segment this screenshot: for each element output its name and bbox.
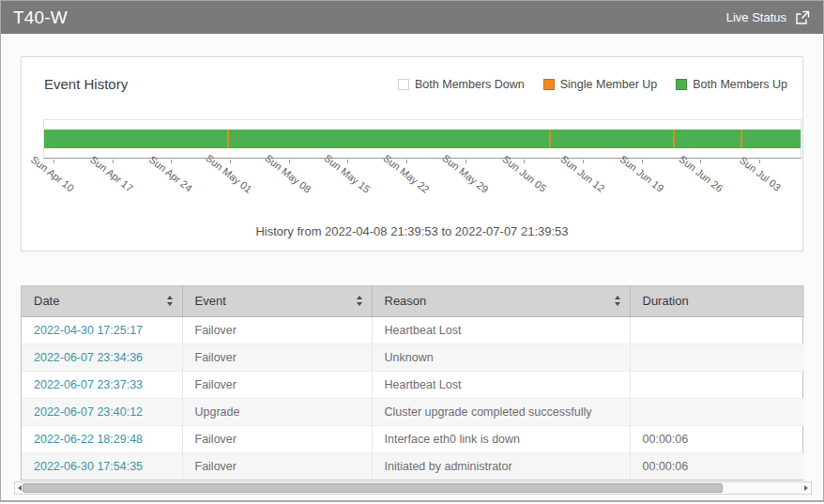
event-mark bbox=[740, 130, 742, 148]
page-title: T40-W bbox=[13, 8, 68, 28]
cell-date: 2022-06-07 23:37:33 bbox=[22, 371, 182, 398]
app-window: T40-W Live Status Event History Both Mem… bbox=[0, 0, 824, 502]
cell-duration: 00:00:06 bbox=[630, 452, 804, 480]
sort-icon[interactable] bbox=[357, 296, 362, 306]
panel-header: Event History Both Members DownSingle Me… bbox=[44, 76, 787, 92]
timeline-plot-box bbox=[43, 119, 801, 159]
cell-date: 2022-06-30 17:54:35 bbox=[22, 452, 182, 480]
cell-duration bbox=[630, 316, 804, 344]
cell-event: Failover bbox=[182, 425, 372, 452]
date-link[interactable]: 2022-06-07 23:34:36 bbox=[34, 351, 143, 364]
axis-tick-label: Sun Apr 10 bbox=[29, 154, 76, 194]
column-label: Reason bbox=[385, 294, 427, 308]
axis-tick-label: Sun Jun 05 bbox=[500, 153, 548, 194]
event-mark bbox=[549, 130, 551, 148]
legend-swatch bbox=[676, 79, 687, 90]
table-row: 2022-06-22 18:29:48FailoverInterface eth… bbox=[22, 425, 804, 452]
cell-reason: Interface eth0 link is down bbox=[372, 425, 630, 452]
axis-tick-label: Sun May 15 bbox=[322, 152, 373, 195]
scroll-right-arrow-icon[interactable] bbox=[804, 485, 808, 491]
axis-tick-label: Sun Apr 17 bbox=[88, 154, 135, 194]
axis-tick-label: Sun Jun 12 bbox=[559, 153, 607, 194]
axis-tick-label: Sun Jun 26 bbox=[678, 153, 725, 194]
cell-event: Failover bbox=[182, 452, 372, 480]
panel-title: Event History bbox=[44, 76, 128, 92]
external-link-icon bbox=[795, 10, 810, 25]
table-header-row: DateEventReasonDuration bbox=[22, 286, 804, 316]
table-row: 2022-06-30 17:54:35FailoverInitiated by … bbox=[22, 452, 804, 480]
table-row: 2022-06-07 23:34:36FailoverUnknown bbox=[22, 344, 804, 371]
scroll-left-arrow-icon[interactable] bbox=[18, 485, 22, 491]
cell-event: Failover bbox=[182, 371, 372, 398]
event-mark bbox=[673, 130, 675, 148]
axis-tick-label: Sun May 22 bbox=[381, 152, 432, 195]
column-label: Duration bbox=[643, 294, 689, 308]
column-header-inner[interactable]: Duration bbox=[631, 294, 805, 308]
cell-event: Failover bbox=[182, 316, 372, 344]
axis-tick-label: Sun May 08 bbox=[263, 152, 313, 195]
axis-tick-label: Sun May 29 bbox=[440, 152, 491, 195]
legend-item: Both Members Up bbox=[676, 78, 787, 91]
sort-icon[interactable] bbox=[615, 296, 620, 306]
cell-duration bbox=[630, 371, 804, 398]
axis-tick-label: Sun Jul 03 bbox=[738, 154, 783, 192]
timeline-status-bar bbox=[44, 130, 801, 148]
history-range-caption: History from 2022-04-08 21:39:53 to 2022… bbox=[22, 224, 802, 238]
timeline-axis-labels: Sun Apr 10Sun Apr 17Sun Apr 24Sun May 01… bbox=[43, 159, 801, 217]
column-header-date[interactable]: Date bbox=[22, 286, 182, 316]
axis-tick-label: Sun May 01 bbox=[205, 152, 255, 195]
legend-swatch bbox=[543, 79, 555, 90]
cell-reason: Unknown bbox=[372, 344, 630, 371]
cell-reason: Cluster upgrade completed successfully bbox=[372, 398, 630, 425]
column-header-inner[interactable]: Reason bbox=[373, 294, 630, 308]
column-header-duration[interactable]: Duration bbox=[630, 286, 804, 316]
column-label: Date bbox=[34, 294, 59, 308]
horizontal-scrollbar[interactable] bbox=[14, 481, 812, 495]
event-history-panel: Event History Both Members DownSingle Me… bbox=[21, 56, 803, 252]
column-header-event[interactable]: Event bbox=[182, 286, 372, 316]
cell-duration bbox=[630, 344, 804, 371]
legend-label: Single Member Up bbox=[560, 78, 658, 91]
title-bar: T40-W Live Status bbox=[1, 1, 823, 34]
legend-swatch bbox=[398, 79, 409, 90]
cell-event: Upgrade bbox=[182, 398, 372, 425]
cell-reason: Heartbeat Lost bbox=[372, 316, 630, 344]
event-mark bbox=[227, 130, 229, 148]
table-row: 2022-04-30 17:25:17FailoverHeartbeat Los… bbox=[22, 316, 804, 344]
cell-reason: Heartbeat Lost bbox=[372, 371, 630, 398]
axis-tick-label: Sun Apr 24 bbox=[146, 154, 193, 194]
cell-date: 2022-06-22 18:29:48 bbox=[22, 425, 182, 452]
legend-item: Single Member Up bbox=[543, 78, 658, 91]
cell-reason: Initiated by administrator bbox=[372, 452, 630, 480]
column-header-inner[interactable]: Date bbox=[22, 294, 182, 308]
legend-item: Both Members Down bbox=[398, 78, 525, 91]
table-row: 2022-06-07 23:40:12UpgradeCluster upgrad… bbox=[22, 398, 804, 425]
sort-icon[interactable] bbox=[167, 296, 173, 306]
column-header-inner[interactable]: Event bbox=[183, 294, 372, 308]
cell-duration: 00:00:06 bbox=[630, 425, 804, 452]
column-label: Event bbox=[195, 294, 226, 308]
scrollbar-thumb[interactable] bbox=[23, 483, 723, 493]
legend-label: Both Members Up bbox=[693, 78, 787, 91]
cell-date: 2022-04-30 17:25:17 bbox=[22, 316, 182, 344]
date-link[interactable]: 2022-04-30 17:25:17 bbox=[34, 324, 143, 337]
cell-date: 2022-06-07 23:40:12 bbox=[22, 398, 182, 425]
table-row: 2022-06-07 23:37:33FailoverHeartbeat Los… bbox=[22, 371, 804, 398]
chart-legend: Both Members DownSingle Member UpBoth Me… bbox=[398, 78, 787, 91]
date-link[interactable]: 2022-06-22 18:29:48 bbox=[34, 433, 143, 446]
cell-duration bbox=[630, 398, 804, 425]
date-link[interactable]: 2022-06-07 23:37:33 bbox=[34, 378, 143, 391]
live-status-link[interactable]: Live Status bbox=[726, 10, 810, 25]
live-status-label: Live Status bbox=[726, 10, 786, 24]
cell-date: 2022-06-07 23:34:36 bbox=[22, 344, 182, 371]
axis-tick-label: Sun Jun 19 bbox=[618, 153, 666, 194]
legend-label: Both Members Down bbox=[415, 78, 525, 91]
event-table: DateEventReasonDuration 2022-04-30 17:25… bbox=[21, 285, 803, 481]
timeline-chart: Sun Apr 10Sun Apr 17Sun Apr 24Sun May 01… bbox=[43, 119, 801, 217]
date-link[interactable]: 2022-06-07 23:40:12 bbox=[34, 405, 143, 419]
column-header-reason[interactable]: Reason bbox=[372, 286, 630, 316]
date-link[interactable]: 2022-06-30 17:54:35 bbox=[34, 460, 143, 473]
cell-event: Failover bbox=[182, 344, 372, 371]
